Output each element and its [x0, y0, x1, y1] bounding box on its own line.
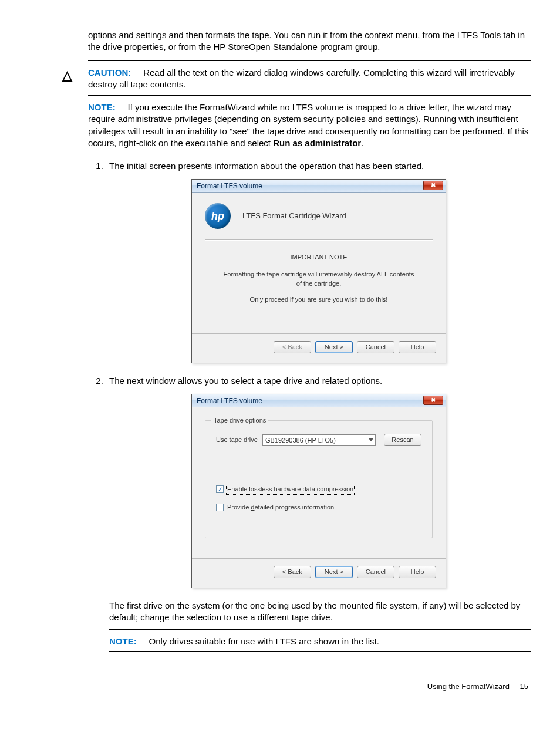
note2-label: NOTE:	[109, 636, 137, 646]
note-callout-1: NOTE: If you execute the FormatWizard wh…	[62, 102, 531, 150]
rescan-button[interactable]: Rescan	[384, 434, 421, 446]
detailed-progress-label: Provide detailed progress information	[227, 503, 334, 512]
tape-drive-options-group: Tape drive options Use tape drive GB1929…	[205, 420, 433, 538]
compression-checkbox-label: Enable lossless hardware data compressio…	[227, 485, 353, 494]
warning-icon: △	[62, 67, 72, 85]
page-footer: Using the FormatWizard 15	[29, 659, 531, 691]
intro-paragraph: options and settings and then formats th…	[29, 29, 531, 53]
next-button[interactable]: Next >	[315, 566, 353, 578]
back-button: < Back	[274, 341, 311, 353]
close-button[interactable]: ✖	[423, 396, 443, 405]
wizard1-heading: IMPORTANT NOTE	[222, 252, 415, 262]
note-label: NOTE:	[88, 102, 116, 112]
divider	[109, 629, 531, 630]
wizard1-line2: Only proceed if you are sure you wish to…	[222, 295, 415, 305]
wizard1-titlebar[interactable]: Format LTFS volume ✖	[192, 180, 446, 193]
step2-text: The next window allows you to select a t…	[109, 376, 382, 386]
note2-text: Only drives suitable for use with LTFS a…	[149, 636, 379, 646]
footer-section: Using the FormatWizard	[427, 682, 510, 691]
cancel-button[interactable]: Cancel	[357, 566, 394, 578]
step-1: The initial screen presents information …	[106, 160, 531, 363]
divider	[205, 239, 433, 241]
wizard2-title: Format LTFS volume	[197, 397, 262, 405]
wizard2-titlebar[interactable]: Format LTFS volume ✖	[192, 394, 446, 407]
compression-checkbox-row[interactable]: ✓ Enable lossless hardware data compress…	[216, 485, 421, 494]
hp-logo-icon: hp	[205, 203, 231, 229]
wizard1-title: Format LTFS volume	[197, 182, 262, 190]
tape-drive-combobox[interactable]: GB19290386 (HP LTO5)	[262, 434, 376, 446]
note1-bold: Run as administrator	[273, 138, 361, 148]
wizard-dialog-1: Format LTFS volume ✖ hp LTFS Format Cart…	[191, 179, 446, 363]
groupbox-legend: Tape drive options	[211, 416, 268, 425]
chevron-down-icon	[369, 438, 373, 441]
caution-text: Read all the text on the wizard dialog w…	[88, 67, 515, 89]
checkbox-unchecked-icon[interactable]	[216, 504, 224, 511]
next-button[interactable]: Next >	[315, 341, 353, 353]
checkbox-checked-icon[interactable]: ✓	[216, 485, 224, 493]
divider	[88, 154, 531, 154]
cancel-button[interactable]: Cancel	[357, 341, 394, 353]
divider	[88, 95, 531, 96]
caution-label: CAUTION:	[88, 67, 131, 77]
divider	[88, 60, 531, 61]
wizard1-subtitle: LTFS Format Cartridge Wizard	[242, 211, 346, 221]
tape-drive-value: GB19290386 (HP LTO5)	[265, 437, 336, 444]
caution-callout: △ CAUTION: Read all the text on the wiza…	[62, 67, 531, 92]
after-step2-paragraph: The first drive on the system (or the on…	[109, 600, 531, 624]
close-button[interactable]: ✖	[423, 181, 443, 190]
step1-text: The initial screen presents information …	[109, 161, 424, 171]
detailed-progress-checkbox-row[interactable]: Provide detailed progress information	[216, 503, 421, 512]
use-tape-drive-label: Use tape drive	[216, 436, 258, 444]
wizard-dialog-2: Format LTFS volume ✖ Tape drive options …	[191, 394, 446, 588]
divider	[109, 651, 531, 652]
wizard1-body-text: IMPORTANT NOTE Formatting the tape cartr…	[205, 243, 433, 328]
step-2: The next window allows you to select a t…	[106, 375, 531, 652]
help-button[interactable]: Help	[399, 341, 436, 353]
back-button[interactable]: < Back	[274, 566, 311, 578]
page-number: 15	[520, 682, 528, 691]
wizard1-line1: Formatting the tape cartridge will irret…	[222, 269, 415, 289]
help-button[interactable]: Help	[399, 566, 436, 578]
note1-text-post: .	[361, 138, 363, 148]
steps-list: The initial screen presents information …	[88, 160, 531, 652]
